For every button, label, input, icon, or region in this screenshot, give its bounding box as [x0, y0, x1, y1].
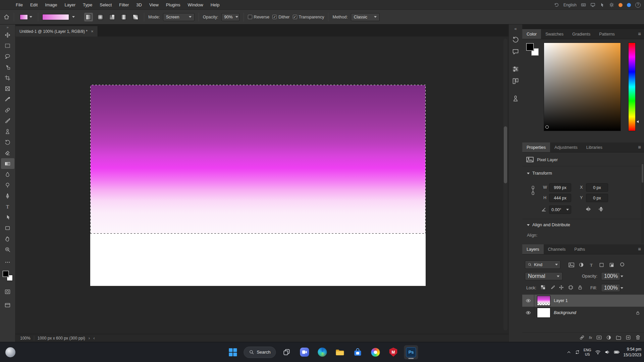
gradient-editor-preview[interactable]: [42, 14, 69, 20]
close-tab-icon[interactable]: ×: [91, 29, 94, 34]
height-field[interactable]: 444 px: [549, 194, 571, 202]
filter-type-layers-button[interactable]: T: [587, 261, 595, 268]
x-field[interactable]: 0 px: [586, 183, 608, 192]
menu-file[interactable]: File: [12, 0, 26, 9]
layer-effects-button[interactable]: fx: [589, 336, 592, 340]
chat-button[interactable]: [298, 345, 312, 359]
lock-image-pixels-button[interactable]: [549, 284, 556, 291]
add-layer-mask-button[interactable]: [596, 335, 602, 340]
filter-pixel-layers-button[interactable]: [567, 261, 575, 268]
transparency-option[interactable]: Transparency: [293, 15, 324, 19]
tab-color[interactable]: Color: [522, 29, 541, 39]
angle-gradient-button[interactable]: [108, 13, 116, 21]
tool-rectangular-marquee[interactable]: [1, 40, 14, 51]
tool-lasso[interactable]: [1, 51, 14, 62]
tray-sync-icon[interactable]: [575, 350, 580, 355]
foreground-background-widget[interactable]: [526, 43, 540, 57]
home-icon[interactable]: [3, 14, 10, 20]
history-panel-button[interactable]: [509, 34, 523, 46]
link-dimensions-icon[interactable]: [530, 185, 536, 196]
hue-slider-marker[interactable]: [637, 120, 639, 123]
menu-type[interactable]: Type: [79, 0, 96, 9]
mcafee-button[interactable]: M: [386, 345, 400, 359]
y-field[interactable]: 0 px: [586, 194, 608, 202]
tool-gradient[interactable]: [1, 158, 14, 169]
properties-scrollbar[interactable]: [641, 163, 644, 243]
volume-icon[interactable]: [604, 349, 610, 355]
filter-shape-layers-button[interactable]: [597, 261, 605, 268]
color-picker-cursor[interactable]: [545, 125, 549, 129]
layer-row-layer1[interactable]: Layer 1: [522, 295, 644, 307]
document-canvas[interactable]: [90, 85, 426, 286]
wifi-icon[interactable]: [595, 349, 601, 355]
tool-eyedropper[interactable]: [1, 94, 14, 105]
layer-row-background[interactable]: Background: [522, 307, 644, 319]
fill-field[interactable]: 100%: [601, 284, 620, 292]
flip-vertical-icon[interactable]: [598, 206, 604, 212]
reflected-gradient-button[interactable]: [119, 13, 128, 21]
tab-adjustments[interactable]: Adjustments: [550, 142, 582, 152]
start-button[interactable]: [226, 345, 240, 359]
foreground-color-swatch[interactable]: [3, 271, 9, 277]
taskbar-clock[interactable]: 9:54 pm 15/1/2023: [624, 347, 641, 357]
transform-section-title[interactable]: Transform: [532, 171, 552, 176]
radial-gradient-button[interactable]: [96, 13, 105, 21]
taskbar-search[interactable]: Search: [244, 347, 276, 358]
flip-horizontal-icon[interactable]: [585, 206, 591, 212]
foreground-color-swatch[interactable]: [526, 43, 534, 51]
libraries-panel-button[interactable]: [509, 75, 523, 87]
battery-icon[interactable]: [614, 349, 620, 355]
orange-app-icon[interactable]: [619, 3, 623, 7]
tool-type[interactable]: T: [1, 201, 14, 212]
layer-visibility-toggle[interactable]: [522, 307, 534, 319]
linear-gradient-button[interactable]: [84, 13, 93, 21]
tool-path-selection[interactable]: [1, 212, 14, 223]
edit-toolbar-button[interactable]: [1, 257, 14, 267]
tool-rectangle-shape[interactable]: [1, 223, 14, 233]
align-section-title[interactable]: Align and Distribute: [532, 222, 570, 227]
tool-hand[interactable]: [1, 233, 14, 244]
layers-opacity-field[interactable]: 100%: [601, 272, 620, 280]
toolbar-expand-icon[interactable]: »: [6, 25, 8, 29]
paint-button[interactable]: [369, 345, 383, 359]
new-group-button[interactable]: [616, 335, 621, 340]
clone-source-panel-button[interactable]: [509, 93, 523, 105]
vertical-scrollbar-thumb[interactable]: [504, 126, 507, 183]
help-icon[interactable]: ?: [635, 2, 641, 8]
photoshop-taskbar-button[interactable]: Ps: [404, 345, 418, 359]
filter-smart-objects-button[interactable]: [607, 261, 615, 268]
blue-app-icon[interactable]: [627, 3, 631, 7]
tool-zoom[interactable]: [1, 244, 14, 255]
layer-blend-mode-dropdown[interactable]: Normal: [525, 272, 562, 280]
align-disclosure-icon[interactable]: [527, 224, 530, 226]
screen-mode-button[interactable]: [1, 300, 14, 310]
edge-button[interactable]: [315, 345, 329, 359]
language-label[interactable]: English: [564, 3, 577, 7]
tool-object-selection[interactable]: [1, 62, 14, 72]
status-next-icon[interactable]: ›: [89, 336, 90, 341]
document-tab[interactable]: Untitled-1 @ 100% (Layer 1, RGB/8) * ×: [15, 26, 98, 37]
document-info[interactable]: 1000 px x 600 px (300 ppi): [38, 336, 85, 341]
filter-toggle-switch[interactable]: [620, 262, 624, 266]
reverse-checkbox[interactable]: [248, 15, 252, 19]
task-view-button[interactable]: [280, 345, 294, 359]
keyboard-icon[interactable]: [581, 2, 586, 7]
tool-move[interactable]: [1, 29, 14, 40]
menu-3d[interactable]: 3D: [132, 0, 146, 9]
tab-layers[interactable]: Layers: [522, 244, 544, 254]
lock-artboard-button[interactable]: [567, 284, 574, 291]
transparency-checkbox[interactable]: [293, 15, 297, 19]
dither-option[interactable]: Dither: [272, 15, 289, 19]
gradient-picker-chevron-icon[interactable]: [72, 16, 75, 18]
settings-gear-icon[interactable]: [609, 2, 614, 7]
panel-menu-icon[interactable]: ≡: [638, 31, 641, 36]
tool-eraser[interactable]: [1, 147, 14, 158]
angle-field[interactable]: 0.00°: [549, 205, 571, 214]
vertical-scrollbar[interactable]: [503, 39, 507, 330]
menu-window[interactable]: Window: [184, 0, 207, 9]
foreground-background-colors[interactable]: [3, 271, 13, 281]
tool-brush[interactable]: [1, 115, 14, 126]
status-prev-icon[interactable]: ‹: [93, 336, 95, 341]
tool-history-brush[interactable]: [1, 137, 14, 147]
menu-image[interactable]: Image: [41, 0, 61, 9]
